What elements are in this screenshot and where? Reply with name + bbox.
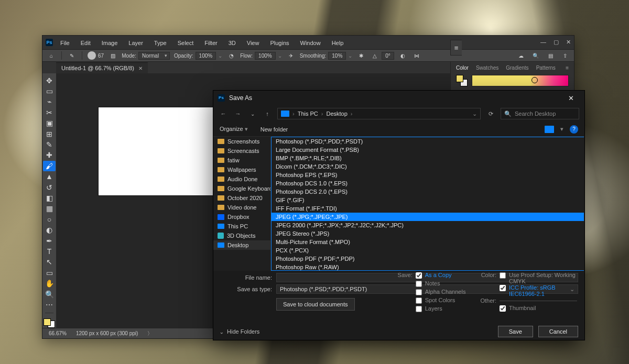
menu-select[interactable]: Select (176, 39, 196, 47)
eyedropper-tool-icon[interactable]: ✎ (43, 139, 56, 149)
save-button[interactable]: Save (498, 326, 533, 337)
sidebar-item-screenshots[interactable]: Screenshots (213, 137, 270, 146)
format-option[interactable]: Multi-Picture Format (*.MPO) (272, 238, 584, 246)
hide-folders-toggle[interactable]: Hide Folders (220, 328, 259, 335)
close-button[interactable]: ✕ (566, 39, 571, 46)
checkbox[interactable] (416, 272, 422, 279)
format-option[interactable]: PCX (*.PCX) (272, 246, 584, 255)
save-option[interactable]: Thumbnail (500, 305, 577, 312)
symmetry-icon[interactable]: ⋈ (412, 51, 421, 60)
brush-settings-icon[interactable]: ▨ (108, 51, 117, 60)
menu-image[interactable]: Image (100, 39, 120, 47)
crop-tool-icon[interactable]: ▣ (43, 118, 56, 128)
edit-toolbar-icon[interactable]: ⋯ (43, 300, 56, 310)
flow-input[interactable]: 100% (255, 52, 276, 60)
document-canvas[interactable] (98, 107, 218, 196)
format-option[interactable]: Large Document Format (*.PSB) (272, 146, 584, 154)
eraser-tool-icon[interactable]: ◧ (43, 193, 56, 203)
menu-view[interactable]: View (245, 39, 262, 47)
panel-tab-color[interactable]: Color (456, 65, 469, 71)
shape-tool-icon[interactable]: ▭ (43, 268, 56, 278)
sidebar-item-3d-objects[interactable]: 3D Objects (213, 231, 270, 240)
marquee-tool-icon[interactable]: ▭ (43, 86, 56, 96)
format-option[interactable]: Photoshop (*.PSD;*.PDD;*.PSDT) (272, 137, 584, 146)
checkbox[interactable] (500, 272, 506, 279)
crumb-this-pc[interactable]: This PC (298, 111, 318, 117)
checkbox[interactable] (416, 306, 422, 312)
foreground-color-swatch[interactable] (44, 318, 51, 326)
share-icon[interactable]: ⇪ (560, 51, 570, 60)
sidebar-item-desktop[interactable]: Desktop (213, 240, 270, 250)
checkbox[interactable] (416, 289, 422, 295)
foreground-background-colors[interactable] (44, 318, 55, 328)
save-option[interactable]: Notes (416, 280, 466, 287)
hand-tool-icon[interactable]: ✋ (43, 278, 56, 288)
nav-recent-icon[interactable]: ⌄ (248, 111, 257, 117)
brush-tool-icon[interactable]: 🖌 (43, 161, 56, 171)
zoom-tool-icon[interactable]: 🔍 (43, 289, 56, 299)
home-icon[interactable]: ⌂ (47, 51, 56, 60)
smoothing-input[interactable]: 10% (328, 52, 346, 60)
sidebar-item-october-2020[interactable]: October 2020 (213, 193, 270, 203)
save-to-cloud-button[interactable]: Save to cloud documents (276, 298, 355, 311)
checkbox[interactable] (416, 281, 422, 287)
sidebar-item-dropbox[interactable]: Dropbox (213, 212, 270, 222)
format-option[interactable]: Photoshop DCS 2.0 (*.EPS) (272, 187, 584, 196)
sidebar-item-screencasts[interactable]: Screencasts (213, 146, 270, 156)
format-dropdown-list[interactable]: Photoshop (*.PSD;*.PDD;*.PSDT)Large Docu… (271, 137, 584, 271)
sidebar-item-wallpapers[interactable]: Wallpapers (213, 165, 270, 174)
format-option[interactable]: Photoshop EPS (*.EPS) (272, 171, 584, 179)
path-select-tool-icon[interactable]: ↖ (43, 257, 56, 267)
brush-preset[interactable]: 67 (88, 51, 104, 60)
maximize-button[interactable]: ▢ (554, 39, 559, 46)
color-spectrum[interactable] (472, 75, 569, 86)
collapsed-panel-icon[interactable]: ≡ (450, 40, 462, 56)
status-arrow-icon[interactable]: 〉 (147, 330, 153, 337)
sidebar-item-audio-done[interactable]: Audio Done (213, 174, 270, 184)
panel-tab-patterns[interactable]: Patterns (536, 65, 556, 71)
cloud-docs-icon[interactable]: ☁ (516, 51, 526, 60)
color-handle-icon[interactable] (532, 77, 538, 83)
dodge-tool-icon[interactable]: ◐ (43, 225, 56, 235)
move-tool-icon[interactable]: ✥ (43, 75, 56, 85)
format-option[interactable]: BMP (*.BMP;*.RLE;*.DIB) (272, 154, 584, 162)
dialog-close-button[interactable]: ✕ (561, 92, 580, 104)
panel-tab-swatches[interactable]: Swatches (476, 65, 498, 71)
checkbox[interactable] (500, 285, 506, 291)
history-brush-tool-icon[interactable]: ↺ (43, 182, 56, 192)
organize-menu[interactable]: Organize (220, 126, 248, 133)
save-option[interactable]: Alpha Channels (416, 289, 466, 295)
sidebar-item-video-done[interactable]: Video done (213, 203, 270, 212)
format-option[interactable]: Photoshop DCS 1.0 (*.EPS) (272, 179, 584, 187)
menu-type[interactable]: Type (152, 39, 169, 47)
checkbox[interactable] (416, 297, 422, 304)
color-panel-fgbg[interactable] (456, 75, 468, 86)
stamp-tool-icon[interactable]: ▲ (43, 172, 56, 182)
nav-back-icon[interactable]: ← (219, 111, 228, 117)
nav-forward-icon[interactable]: → (233, 111, 243, 117)
crumb-desktop[interactable]: Desktop (326, 111, 347, 117)
pressure-size-icon[interactable]: ◐ (398, 51, 408, 60)
checkbox[interactable] (500, 305, 506, 312)
smoothing-options-icon[interactable]: ✱ (356, 51, 366, 60)
save-option[interactable]: Use Proof Setup: Working CMYK (500, 272, 577, 284)
menu-file[interactable]: File (58, 39, 72, 47)
menu-help[interactable]: Help (330, 39, 346, 47)
format-option[interactable]: JPEG (*.JPG;*.JPEG;*.JPE) (272, 213, 584, 221)
save-option[interactable]: Layers (416, 305, 466, 312)
panel-tab-gradients[interactable]: Gradients (506, 65, 528, 71)
frame-tool-icon[interactable]: ⊞ (43, 129, 56, 139)
refresh-icon[interactable]: ⟳ (486, 111, 495, 117)
view-mode-icon[interactable] (545, 126, 554, 133)
sidebar-item-fatiw[interactable]: fatiw (213, 156, 270, 165)
format-option[interactable]: JPEG Stereo (*.JPS) (272, 229, 584, 238)
save-option[interactable]: Spot Colors (416, 297, 466, 304)
save-option[interactable]: As a Copy (416, 272, 466, 279)
new-folder-button[interactable]: New folder (261, 126, 288, 133)
cancel-button[interactable]: Cancel (538, 326, 578, 337)
quick-select-tool-icon[interactable]: ✂ (43, 107, 56, 117)
menu-filter[interactable]: Filter (202, 39, 219, 47)
menu-edit[interactable]: Edit (79, 39, 93, 47)
format-option[interactable]: Photoshop PDF (*.PDF;*.PDP) (272, 255, 584, 263)
sidebar-item-google-keyboard[interactable]: Google Keyboard (213, 184, 270, 193)
